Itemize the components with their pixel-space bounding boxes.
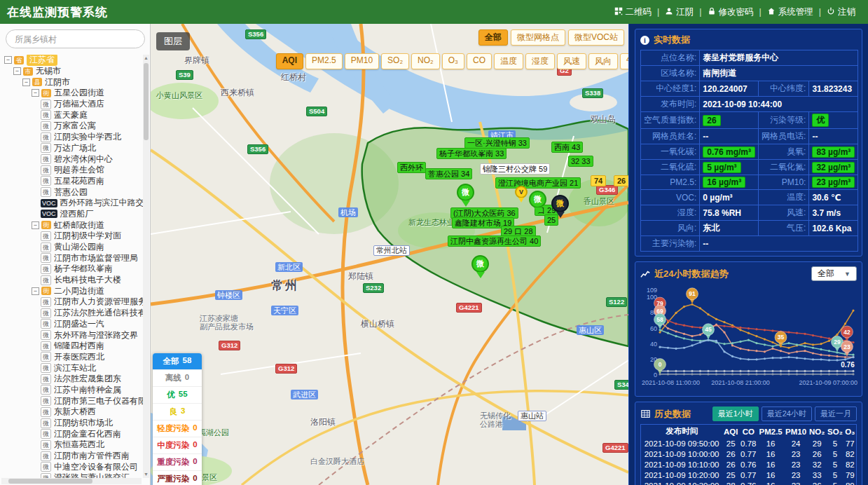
- legend-item[interactable]: 中度污染0: [153, 437, 202, 454]
- tree-item[interactable]: −街虹桥邮政街道: [1, 219, 143, 231]
- legend-item[interactable]: 全部58: [153, 353, 202, 370]
- tree-item[interactable]: 微法尔胜宏晟集团东: [1, 374, 143, 385]
- history-range-tab[interactable]: 最近24小时: [762, 407, 812, 421]
- metric-filter-button[interactable]: SO₂: [381, 53, 409, 69]
- tree-item[interactable]: 微江阴市人力资源管理服务中心: [1, 296, 143, 308]
- tree-expander-icon[interactable]: −: [13, 67, 21, 75]
- tree-item[interactable]: 微澄张路与萧山路交汇: [1, 472, 143, 478]
- metric-filter-button[interactable]: 风向: [588, 53, 618, 69]
- tree-item[interactable]: 微东外环路与澄张路交界: [1, 329, 143, 341]
- header-menu-item[interactable]: 修改密码: [702, 6, 759, 18]
- legend-item[interactable]: 优55: [153, 387, 202, 404]
- tree-item[interactable]: −街二小周边街道: [1, 285, 143, 296]
- tree-item[interactable]: 微黄山湖公园南: [1, 242, 143, 253]
- metric-filter-button[interactable]: PM10: [345, 53, 379, 69]
- tree-expander-icon[interactable]: −: [32, 221, 39, 229]
- metric-filter-button[interactable]: O₃: [442, 53, 464, 69]
- tree-item[interactable]: 微万达广场北: [1, 143, 143, 154]
- tree-item[interactable]: 微长电科技电子大楼: [1, 275, 143, 286]
- tree-expander-icon[interactable]: −: [32, 287, 39, 295]
- station-type-filter-button[interactable]: 微型VOC站: [568, 29, 624, 46]
- tree-item[interactable]: 微江阴实验中学西北: [1, 132, 143, 143]
- tree-item[interactable]: VOC澄西船厂: [1, 209, 143, 220]
- map-station-label[interactable]: 西外环: [397, 162, 426, 173]
- history-range-tab[interactable]: 最近一月: [815, 407, 857, 421]
- tree-item[interactable]: 微菩惠公园: [1, 186, 143, 198]
- legend-item[interactable]: 重度污染0: [153, 454, 202, 471]
- tree-item[interactable]: 微江苏法尔胜光通信科技有限公司: [1, 308, 143, 319]
- map-station-pin[interactable]: 微: [529, 191, 546, 208]
- layers-button[interactable]: 图层: [156, 32, 190, 50]
- metric-filter-button[interactable]: 气压: [620, 53, 628, 69]
- tree-item[interactable]: 微江阴市第三电子仪器有限公司: [1, 395, 143, 407]
- legend-item[interactable]: 离线0: [153, 370, 202, 387]
- trend-filter-dropdown[interactable]: 全部 ▼: [811, 266, 857, 281]
- tree-expander-icon[interactable]: −: [4, 56, 12, 64]
- legend-item[interactable]: 良3: [153, 404, 202, 421]
- map-station-label[interactable]: 澄江跨境电商产业园 21: [495, 177, 581, 189]
- tree-item[interactable]: 微滨江车站北: [1, 362, 143, 374]
- metric-filter-button[interactable]: AQI: [276, 53, 303, 69]
- tree-item[interactable]: 微江阴市市场监督管理局: [1, 252, 143, 264]
- map-station-label[interactable]: 杨子华都玖峯南 33: [436, 148, 507, 159]
- map-canvas[interactable]: 图层 全部微型网格点微型VOC站 AQIPM2.5PM10SO₂NO₂O₃CO温…: [151, 24, 628, 485]
- tree-item[interactable]: 微江阴纺织市场北: [1, 418, 143, 429]
- metric-filter-button[interactable]: NO₂: [411, 53, 440, 69]
- search-input[interactable]: [6, 29, 145, 48]
- scrollbar-thumb[interactable]: [144, 63, 149, 140]
- metric-filter-button[interactable]: 温度: [494, 53, 523, 69]
- tree-item[interactable]: 微江苏中南特种金属: [1, 385, 143, 396]
- map-station-pin[interactable]: 微: [457, 184, 474, 201]
- tree-item[interactable]: −街五星公园街道: [1, 88, 143, 99]
- legend-item[interactable]: 严重污染0: [153, 471, 202, 485]
- tree-vertical-scrollbar[interactable]: ▲ ▼: [143, 55, 149, 478]
- map-station-label[interactable]: 菩惠公园 34: [425, 168, 472, 179]
- tree-item[interactable]: 微中迪空冷设备有限公司: [1, 461, 143, 472]
- map-station-label[interactable]: 锦隆三村公交牌 59: [480, 163, 550, 175]
- header-menu-item[interactable]: 江阴: [659, 6, 699, 18]
- tree-item[interactable]: −县江阴市: [1, 76, 143, 88]
- history-range-tab[interactable]: 最近1小时: [712, 407, 759, 421]
- tree-item[interactable]: 微碧水湾休闲中心: [1, 153, 143, 165]
- header-menu-item[interactable]: 系统管理: [762, 6, 819, 18]
- tree-item[interactable]: 微江阴市南方管件西南: [1, 451, 143, 462]
- tree-item[interactable]: 微万家富公寓: [1, 121, 143, 132]
- tree-item[interactable]: 微开泰医院西北: [1, 352, 143, 363]
- tree-expander-icon[interactable]: −: [32, 89, 39, 97]
- map-station-label[interactable]: 32 33: [568, 156, 593, 167]
- scroll-up-icon[interactable]: ▲: [143, 55, 149, 62]
- scrollbar-thumb[interactable]: [8, 479, 92, 484]
- tree-item[interactable]: 微东恒嘉苑西北: [1, 439, 143, 451]
- tree-item[interactable]: 微锦隆四村西南: [1, 341, 143, 352]
- header-menu-item[interactable]: 二维码: [609, 6, 658, 18]
- tree-item[interactable]: −省江苏省: [1, 55, 143, 66]
- map-station-pin[interactable]: 微: [551, 195, 569, 212]
- tree-item[interactable]: 微五星花苑西南: [1, 176, 143, 187]
- tree-item[interactable]: VOC西外环路与滨江中路交叉口: [1, 198, 143, 209]
- tree-item[interactable]: 微江阴初级中学对面: [1, 231, 143, 242]
- map-station-pin[interactable]: V: [515, 186, 528, 198]
- tree-item[interactable]: 微万德福大酒店: [1, 99, 143, 110]
- scroll-down-icon[interactable]: ▼: [143, 471, 149, 478]
- station-type-filter-button[interactable]: 微型网格点: [511, 29, 565, 46]
- map-station-label[interactable]: 江阴中鑫资源再生公司 40: [448, 235, 541, 247]
- header-menu-item[interactable]: 注销: [821, 6, 861, 18]
- metric-filter-button[interactable]: 湿度: [525, 53, 555, 69]
- legend-item[interactable]: 轻度污染0: [153, 421, 202, 437]
- metric-filter-button[interactable]: CO: [467, 53, 492, 69]
- station-type-filter-button[interactable]: 全部: [478, 29, 508, 46]
- tree-item[interactable]: 微东新大桥西: [1, 407, 143, 418]
- map-station-pin[interactable]: 微: [471, 255, 489, 273]
- tree-horizontal-scrollbar[interactable]: [1, 478, 142, 484]
- tree-item[interactable]: 微明超养生会馆: [1, 165, 143, 176]
- tree-item[interactable]: −市无锡市: [1, 66, 143, 77]
- tree-expander-icon[interactable]: −: [22, 78, 30, 86]
- metric-filter-button[interactable]: PM2.5: [305, 53, 343, 69]
- metric-filter-button[interactable]: 风速: [557, 53, 586, 69]
- map-station-label[interactable]: 西南 43: [551, 142, 583, 153]
- tree-item[interactable]: 微江阴金童石化西南: [1, 428, 143, 439]
- tree-item[interactable]: 微江阴盛达一汽: [1, 319, 143, 330]
- tree-item[interactable]: 微蓝天豪庭: [1, 109, 143, 121]
- tree-item[interactable]: 微杨子华都玖峯南: [1, 264, 143, 275]
- map-station-label[interactable]: 一区·兴澄特钢 33: [464, 137, 530, 149]
